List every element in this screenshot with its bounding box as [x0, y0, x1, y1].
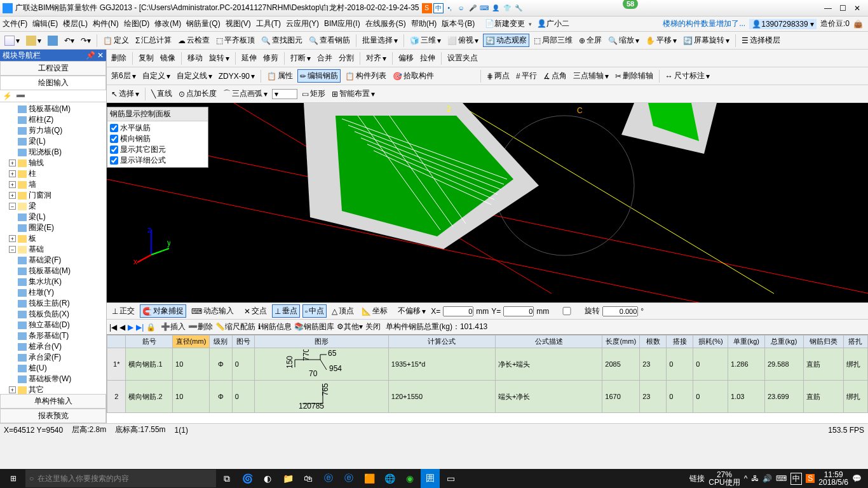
- tab-report-preview[interactable]: 报表预览: [0, 409, 106, 423]
- chrome-icon[interactable]: 🌐: [380, 469, 399, 488]
- cloudcheck-button[interactable]: ☁云检查: [176, 34, 212, 46]
- col-tw[interactable]: 总重(kg): [764, 336, 803, 348]
- maximize-button[interactable]: ☐: [839, 4, 846, 13]
- menu-modify[interactable]: 修改(M): [154, 18, 181, 29]
- tree-castslab[interactable]: 现浇板(B): [0, 147, 106, 158]
- tree-zhu[interactable]: +柱: [0, 168, 106, 179]
- tree-liang-l[interactable]: 梁(L): [0, 212, 106, 222]
- pickconst-button[interactable]: 🎯拾取构件: [391, 70, 436, 82]
- tree-shear[interactable]: 剪力墙(Q): [0, 125, 106, 136]
- scale-button[interactable]: 📏缩尺配筋: [215, 322, 255, 332]
- menu-bim[interactable]: BIM应用(I): [324, 18, 360, 29]
- customline-select[interactable]: 自定义线 ▾: [175, 70, 214, 82]
- move-button[interactable]: 移动: [186, 52, 205, 64]
- col-desc[interactable]: 公式描述: [496, 336, 602, 348]
- perp-toggle[interactable]: ⊥垂点: [272, 304, 300, 318]
- rect-button[interactable]: ▭矩形: [300, 88, 327, 100]
- tree-liang[interactable]: −梁: [0, 201, 106, 212]
- menu-cloud[interactable]: 云应用(Y): [286, 18, 319, 29]
- taskview-icon[interactable]: ⧉: [217, 469, 236, 488]
- ptlen-button[interactable]: ⊙点加长度: [177, 88, 219, 100]
- tree-capbeam[interactable]: 承台梁(F): [0, 352, 106, 363]
- findpic-button[interactable]: 🔍查找图元: [259, 34, 304, 46]
- tree-col[interactable]: 框柱(Z): [0, 114, 106, 125]
- col-formula[interactable]: 计算公式: [388, 336, 495, 348]
- rebarlib-button[interactable]: 📚钢筋图库: [294, 322, 334, 332]
- rebarinfo-button[interactable]: ℹ钢筋信息: [258, 322, 292, 332]
- taskbar-app2[interactable]: ◐: [258, 469, 277, 488]
- tree-qiang[interactable]: +墙: [0, 179, 106, 190]
- opt-showdetail[interactable]: 显示详细公式: [110, 155, 205, 166]
- x-input[interactable]: [443, 306, 473, 316]
- ime-smile-icon[interactable]: ☺: [456, 3, 466, 13]
- trim-button[interactable]: 修剪: [261, 52, 280, 64]
- close-button[interactable]: ✕: [854, 4, 860, 13]
- tree-axis[interactable]: +轴线: [0, 158, 106, 168]
- ime-person-icon[interactable]: 👤: [491, 3, 501, 13]
- inter-toggle[interactable]: ✕交点: [241, 304, 269, 318]
- tree-pile[interactable]: 桩(U): [0, 363, 106, 374]
- table-row[interactable]: 1*横向钢筋.110Φ065770150709541935+15*d净长+端头2…: [107, 348, 868, 381]
- fullscreen-button[interactable]: ⊕全屏: [577, 34, 604, 46]
- align-button[interactable]: 对齐▾: [364, 52, 388, 64]
- topview-button[interactable]: ⬜俯视▾: [445, 34, 480, 46]
- undo-button[interactable]: ↶▾: [62, 36, 76, 46]
- first-button[interactable]: |◀: [109, 323, 117, 332]
- col-cls[interactable]: 钢筋归类: [803, 336, 843, 348]
- new-change-button[interactable]: 📄新建变更: [485, 18, 531, 29]
- insert-button[interactable]: ➕插入: [161, 322, 186, 332]
- prev-button[interactable]: ◀: [119, 323, 125, 332]
- pingqi-button[interactable]: ⬚平齐板顶: [214, 34, 257, 46]
- ime-ch-icon[interactable]: 中: [433, 3, 444, 13]
- opt-transverse[interactable]: 横向钢筋: [110, 133, 205, 144]
- col-pic[interactable]: 图号: [232, 336, 255, 348]
- rotate-button[interactable]: 旋转▾: [207, 52, 231, 64]
- screenrot-button[interactable]: 🔄屏幕旋转▾: [681, 34, 731, 46]
- ime-shirt-icon[interactable]: 👕: [502, 3, 512, 13]
- ime-mic-icon[interactable]: 🎤: [468, 3, 478, 13]
- delaux-button[interactable]: ✂删除辅轴: [613, 70, 655, 82]
- tother-button[interactable]: ⚙其他▾: [337, 322, 363, 332]
- constlist-button[interactable]: 📋构件列表: [343, 70, 388, 82]
- ie-icon[interactable]: ⓔ: [339, 469, 358, 488]
- ime-tool-icon[interactable]: 🔧: [513, 3, 524, 13]
- tray-net-icon[interactable]: 🖧: [751, 474, 759, 483]
- define-button[interactable]: 📋定义: [101, 34, 131, 46]
- threeaux-button[interactable]: 三点辅轴▾: [571, 70, 611, 82]
- color-select[interactable]: ▾: [272, 89, 297, 99]
- user-label[interactable]: 👤广小二: [537, 18, 569, 29]
- save-button[interactable]: [46, 35, 60, 46]
- extend-button[interactable]: 延伸: [240, 52, 259, 64]
- table-row[interactable]: 2横向钢筋.210Φ0765120785120+1550端头+净长1670230…: [107, 381, 868, 413]
- col-cnt[interactable]: 根数: [640, 336, 667, 348]
- ime-keyboard-icon[interactable]: ⌨: [479, 3, 489, 13]
- objsnap-toggle[interactable]: 🧲对象捕捉: [140, 304, 186, 318]
- ime-punct-icon[interactable]: •,: [445, 3, 455, 13]
- tray-notif-icon[interactable]: 💬: [852, 474, 862, 483]
- menu-draw[interactable]: 绘图(D): [124, 18, 150, 29]
- col-uw[interactable]: 单重(kg): [728, 336, 765, 348]
- user-id[interactable]: 👤13907298339 ▾: [749, 19, 817, 29]
- office-icon[interactable]: 🟧: [360, 469, 379, 488]
- selfloor-button[interactable]: ☰选择楼层: [740, 34, 782, 46]
- redo-button[interactable]: ↷▾: [79, 36, 93, 46]
- tray-ime[interactable]: 中: [790, 473, 802, 485]
- col-no[interactable]: 筋号: [126, 336, 173, 348]
- store-icon[interactable]: 🛍: [299, 469, 318, 488]
- tclose-button[interactable]: 关闭: [365, 322, 381, 332]
- dynview-button[interactable]: 🔄动态观察: [483, 34, 529, 47]
- menu-component[interactable]: 构件(N): [93, 18, 119, 29]
- coin-icon[interactable]: 👜: [853, 20, 863, 29]
- tree-indep[interactable]: 独立基础(D): [0, 320, 106, 330]
- tray-vol-icon[interactable]: 🔊: [763, 474, 772, 483]
- tdelete-button[interactable]: ➖删除: [188, 322, 213, 332]
- code-select[interactable]: ZDYX-90 ▾: [217, 71, 257, 81]
- tray-kb-icon[interactable]: ⌨: [776, 474, 787, 483]
- rebar-table[interactable]: 筋号 直径(mm) 级别 图号 图形 计算公式 公式描述 长度(mm) 根数 搭…: [107, 334, 868, 423]
- col-lap[interactable]: 搭接: [667, 336, 693, 348]
- line-button[interactable]: ╲直线: [149, 88, 174, 100]
- menu-online[interactable]: 在线服务(S): [365, 18, 406, 29]
- tree-raft[interactable]: 筏板基础(M): [0, 104, 106, 114]
- tree-baseband[interactable]: 基础板带(W): [0, 374, 106, 384]
- last-button[interactable]: ▶|: [136, 323, 144, 332]
